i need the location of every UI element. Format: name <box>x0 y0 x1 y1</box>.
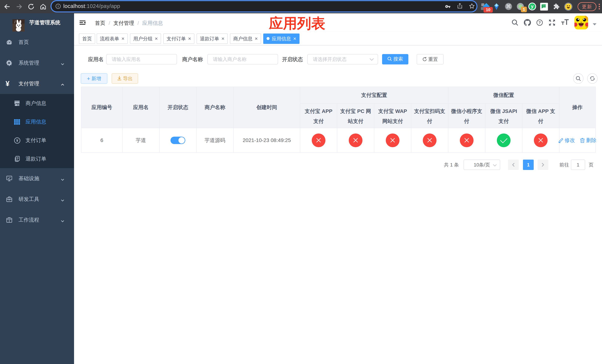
svg-text:¥: ¥ <box>16 139 18 143</box>
svg-text:?: ? <box>538 20 541 25</box>
